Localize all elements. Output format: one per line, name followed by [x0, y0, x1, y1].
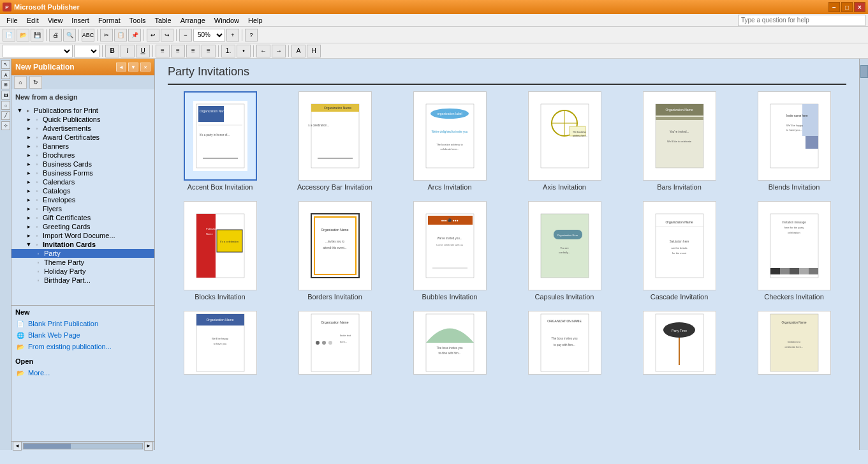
tree-brochures[interactable]: ▸ ◦ Brochures: [11, 151, 154, 160]
tool-arrow[interactable]: ↖: [1, 60, 10, 69]
template-thumb-row3-2[interactable]: Organization Name Invite text here...: [298, 311, 372, 375]
template-thumb-accessory-bar[interactable]: Organization Name It's a celebration...: [298, 91, 372, 181]
template-thumb-borders[interactable]: Organization Name ...invites you to atte…: [298, 201, 372, 290]
tree-invitation-cards[interactable]: ▼ ◦ Invitation Cards: [11, 240, 154, 249]
print-preview[interactable]: 🔍: [63, 29, 76, 41]
tree-birthday-party[interactable]: ◦ Birthday Part...: [11, 276, 154, 285]
tool-line[interactable]: ╱: [1, 111, 10, 120]
template-row3-6[interactable]: Organization Name Invitation to celebrat…: [742, 311, 846, 375]
copy-button[interactable]: 📋: [114, 29, 127, 41]
redo-button[interactable]: ↪: [161, 29, 173, 41]
menu-window[interactable]: Window: [210, 15, 243, 26]
template-blends[interactable]: Invite name here We'll be happy to have …: [742, 91, 846, 191]
template-row3-2[interactable]: Organization Name Invite text here...: [283, 311, 387, 375]
template-thumb-row3-4[interactable]: ORGANIZATION NAME The boss invites you t…: [528, 311, 601, 375]
zoom-out[interactable]: −: [179, 29, 192, 41]
italic-button[interactable]: I: [121, 45, 135, 57]
font-color[interactable]: A: [291, 45, 305, 57]
template-arcs[interactable]: organization label We're delighted to in…: [397, 91, 502, 191]
template-thumb-bubbles[interactable]: ●●● ⚫ ●●● We've invited you... Come cele…: [413, 201, 487, 290]
zoom-select[interactable]: 50%75%100%: [193, 29, 225, 41]
template-bubbles[interactable]: ●●● ⚫ ●●● We've invited you... Come cele…: [397, 201, 502, 301]
template-row3-4[interactable]: ORGANIZATION NAME The boss invites you t…: [512, 311, 617, 375]
right-scrollbar[interactable]: [859, 59, 868, 450]
new-blank-web[interactable]: 🌐 Blank Web Page: [15, 329, 151, 341]
underline-button[interactable]: U: [136, 45, 150, 57]
tree-import-word[interactable]: ▸ ◦ Import Word Docume...: [11, 231, 154, 240]
template-bars[interactable]: Organization Name You're invited... We'd…: [627, 91, 732, 191]
template-thumb-checkers[interactable]: Invitation message here for the party ce…: [758, 201, 831, 290]
tool-table[interactable]: ⊞: [1, 80, 10, 89]
highlight-color[interactable]: H: [307, 45, 321, 57]
tree-banners[interactable]: ▸ ◦ Banners: [11, 142, 154, 151]
template-borders[interactable]: Organization Name ...invites you to atte…: [283, 201, 387, 301]
menu-tools[interactable]: Tools: [126, 15, 150, 26]
menu-table[interactable]: Table: [151, 15, 175, 26]
template-accessory-bar[interactable]: Organization Name It's a celebration... …: [283, 91, 387, 191]
spell-check[interactable]: ABC: [82, 29, 94, 41]
align-center[interactable]: ≡: [171, 45, 185, 57]
tree-business-forms[interactable]: ▸ ◦ Business Forms: [11, 168, 154, 177]
right-scroll-thumb[interactable]: [860, 65, 868, 78]
increase-indent[interactable]: →: [272, 45, 286, 57]
close-button[interactable]: ×: [854, 2, 865, 12]
sidebar-controls[interactable]: ◄ ▼ ×: [116, 63, 151, 71]
template-thumb-axis[interactable]: The business address here...: [528, 91, 601, 181]
template-thumb-arcs[interactable]: organization label We're delighted to in…: [413, 91, 487, 181]
new-from-existing[interactable]: 📂 From existing publication...: [15, 341, 151, 352]
template-thumb-row3-3[interactable]: The boss invites you to dine with him...: [413, 311, 487, 375]
tree-quick-publications[interactable]: ▸ ◦ Quick Publications: [11, 115, 154, 124]
menu-arrange[interactable]: Arrange: [177, 15, 209, 26]
tree-advertisements[interactable]: ▸ ◦ Advertisements: [11, 124, 154, 133]
tree-envelopes[interactable]: ▸ ◦ Envelopes: [11, 195, 154, 204]
template-thumb-row3-1[interactable]: Organization Name We'll be happy to have…: [184, 311, 257, 375]
template-thumb-capsules[interactable]: Organization Here You are cordially...: [528, 201, 601, 290]
print-button[interactable]: 🖨: [49, 29, 62, 41]
template-thumb-blocks[interactable]: Publisher Name It's a celebration: [184, 201, 257, 290]
sidebar-menu-button[interactable]: ▼: [128, 63, 138, 71]
tree-theme-party[interactable]: ◦ Theme Party: [11, 258, 154, 267]
template-accent-box[interactable]: Organization Name It's a party in honor …: [168, 91, 272, 191]
template-cascade[interactable]: Organization Name Salutation here are th…: [627, 201, 732, 301]
minimize-button[interactable]: −: [828, 2, 840, 12]
template-blocks[interactable]: Publisher Name It's a celebration Blocks…: [168, 201, 272, 301]
font-select[interactable]: [3, 45, 73, 57]
scroll-right-button[interactable]: ►: [144, 442, 153, 451]
template-capsules[interactable]: Organization Here You are cordially... C…: [512, 201, 617, 301]
template-row3-1[interactable]: Organization Name We'll be happy to have…: [168, 311, 272, 375]
tree-gift-certs[interactable]: ▸ ◦ Gift Certificates: [11, 213, 154, 222]
tree-business-cards[interactable]: ▸ ◦ Business Cards: [11, 160, 154, 168]
menu-help[interactable]: Help: [244, 15, 267, 26]
scroll-left-button[interactable]: ◄: [13, 442, 22, 451]
align-right[interactable]: ≡: [186, 45, 200, 57]
decrease-indent[interactable]: ←: [256, 45, 270, 57]
template-thumb-accent-box[interactable]: Organization Name It's a party in honor …: [184, 91, 257, 181]
new-button[interactable]: 📄: [3, 29, 15, 41]
template-axis[interactable]: The business address here... Axis Invita…: [512, 91, 617, 191]
template-thumb-cascade[interactable]: Organization Name Salutation here are th…: [643, 201, 716, 290]
bullets-button[interactable]: •: [237, 45, 251, 57]
new-blank-print[interactable]: 📄 Blank Print Publication: [15, 318, 151, 329]
save-button[interactable]: 💾: [31, 29, 43, 41]
template-row3-3[interactable]: The boss invites you to dine with him...: [397, 311, 502, 375]
tree-holiday-party[interactable]: ◦ Holiday Party: [11, 267, 154, 276]
menu-edit[interactable]: Edit: [23, 15, 43, 26]
tool-picture[interactable]: 🖼: [1, 91, 10, 100]
menu-view[interactable]: View: [44, 15, 67, 26]
sidebar-home-button[interactable]: ⌂: [14, 76, 27, 89]
template-thumb-row3-5[interactable]: Party Time: [643, 311, 716, 375]
tree-greeting-cards[interactable]: ▸ ◦ Greeting Cards: [11, 222, 154, 231]
template-checkers[interactable]: Invitation message here for the party ce…: [742, 201, 846, 301]
help-search-input[interactable]: [738, 15, 865, 26]
font-size-select[interactable]: [74, 45, 99, 57]
undo-button[interactable]: ↩: [147, 29, 159, 41]
tree-catalogs[interactable]: ▸ ◦ Catalogs: [11, 186, 154, 195]
sidebar-back-button[interactable]: ◄: [116, 63, 126, 71]
numbering-button[interactable]: 1.: [221, 45, 235, 57]
tree-party[interactable]: ◦ Party: [11, 249, 154, 258]
menu-format[interactable]: Format: [94, 15, 124, 26]
template-thumb-row3-6[interactable]: Organization Name Invitation to celebrat…: [758, 311, 831, 375]
template-row3-5[interactable]: Party Time: [627, 311, 732, 375]
align-justify[interactable]: ≡: [202, 45, 216, 57]
tree-award-certificates[interactable]: ▸ ◦ Award Certificates: [11, 133, 154, 142]
